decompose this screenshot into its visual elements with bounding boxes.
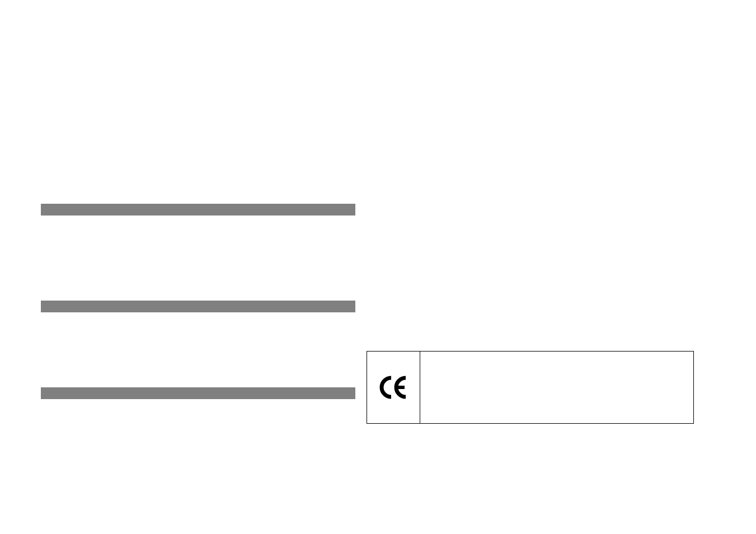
ce-mark-cell [367, 352, 420, 423]
gray-bar-1 [41, 204, 355, 216]
ce-description-cell [420, 352, 693, 423]
ce-mark-icon [378, 376, 409, 399]
svg-rect-0 [396, 386, 405, 389]
gray-bar-2 [41, 301, 355, 312]
ce-compliance-box [367, 351, 694, 424]
gray-bar-3 [41, 387, 355, 399]
